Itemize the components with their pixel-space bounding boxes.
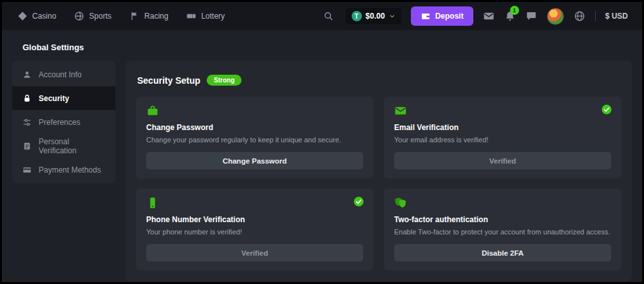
nav-casino[interactable]: Casino xyxy=(17,11,56,21)
chevron-down-icon xyxy=(389,13,395,19)
nav-racing-label: Racing xyxy=(144,12,168,21)
nav-sports-label: Sports xyxy=(89,12,111,21)
nav-sports[interactable]: Sports xyxy=(74,11,111,21)
card-description: Change your password regularly to keep i… xyxy=(146,135,363,145)
card-title: Change Password xyxy=(146,123,363,132)
security-cards-grid: Change Password Change your password reg… xyxy=(136,97,621,270)
change-password-button[interactable]: Change Password xyxy=(146,152,363,169)
password-strength-badge: Strong xyxy=(207,75,242,86)
deposit-button[interactable]: Deposit xyxy=(411,6,473,26)
document-icon xyxy=(23,142,32,151)
globe-icon[interactable] xyxy=(574,10,585,22)
settings-sidebar: Account Info Security Preferences Person… xyxy=(12,61,115,184)
panel-title: Security Setup xyxy=(137,75,200,86)
email-icon xyxy=(394,104,611,117)
nav-lottery-label: Lottery xyxy=(201,12,225,21)
card-description: Your phone number is verified! xyxy=(146,227,363,237)
wallet-icon xyxy=(421,11,431,21)
phone-verified-button: Verified xyxy=(146,244,363,261)
top-navigation: Casino Sports Racing Lottery xyxy=(2,2,642,30)
card-title: Two-factor authentication xyxy=(394,215,611,224)
settings-content: Account Info Security Preferences Person… xyxy=(2,61,642,281)
topbar-actions: T $0.00 Deposit 1 xyxy=(323,6,628,26)
notifications-icon[interactable]: 1 xyxy=(504,10,516,22)
panel-header: Security Setup Strong xyxy=(137,75,621,86)
verified-check-icon xyxy=(601,104,612,115)
balance-selector[interactable]: T $0.00 xyxy=(346,8,401,24)
phone-icon xyxy=(146,196,363,209)
divider xyxy=(595,11,596,21)
card-description: Enable Two-factor to protect your accoun… xyxy=(394,227,611,237)
sidebar-label: Security xyxy=(39,94,69,103)
window-frame: Casino Sports Racing Lottery xyxy=(0,0,644,284)
sidebar-item-security[interactable]: Security xyxy=(12,86,115,110)
nav-casino-label: Casino xyxy=(32,12,56,21)
currency-label[interactable]: $ USD xyxy=(605,12,628,21)
search-icon[interactable] xyxy=(323,11,334,21)
sidebar-label: Account Info xyxy=(39,70,82,79)
notification-badge: 1 xyxy=(510,6,519,15)
two-factor-card: Two-factor authentication Enable Two-fac… xyxy=(384,189,621,270)
phone-verification-card: Phone Number Verification Your phone num… xyxy=(136,189,374,270)
racing-icon xyxy=(129,11,140,21)
security-panel: Security Setup Strong Change Password Ch… xyxy=(126,61,632,281)
sidebar-item-preferences[interactable]: Preferences xyxy=(12,110,115,134)
sports-icon xyxy=(74,11,84,21)
page-title: Global Settings xyxy=(23,43,642,52)
usdt-coin-icon: T xyxy=(352,11,362,21)
chat-icon[interactable] xyxy=(526,10,537,22)
lock-icon xyxy=(23,94,32,103)
sidebar-label: Personal Verification xyxy=(39,137,105,155)
lottery-icon xyxy=(186,11,196,21)
sidebar-item-account-info[interactable]: Account Info xyxy=(12,62,115,86)
change-password-card: Change Password Change your password reg… xyxy=(136,97,374,178)
sidebar-item-payment-methods[interactable]: Payment Methods xyxy=(12,158,115,182)
sidebar-label: Preferences xyxy=(39,118,80,127)
deposit-label: Deposit xyxy=(435,12,464,21)
card-description: Your email address is verified! xyxy=(394,135,611,145)
briefcase-lock-icon xyxy=(146,104,363,117)
person-icon xyxy=(23,70,32,79)
nav-lottery[interactable]: Lottery xyxy=(186,11,225,21)
main-nav: Casino Sports Racing Lottery xyxy=(17,11,225,21)
sliders-icon xyxy=(23,118,32,127)
avatar[interactable] xyxy=(547,8,564,25)
inbox-icon[interactable] xyxy=(483,10,495,22)
balance-amount: $0.00 xyxy=(366,12,385,21)
casino-icon xyxy=(17,11,28,21)
nav-racing[interactable]: Racing xyxy=(129,11,168,21)
email-verified-button: Verified xyxy=(394,152,611,169)
card-title: Email Verification xyxy=(394,123,611,132)
verified-check-icon xyxy=(353,196,365,207)
email-verification-card: Email Verification Your email address is… xyxy=(384,97,621,178)
disable-2fa-button[interactable]: Disable 2FA xyxy=(394,244,611,261)
app: Casino Sports Racing Lottery xyxy=(2,2,642,282)
credit-card-icon xyxy=(23,166,32,175)
card-title: Phone Number Verification xyxy=(146,215,363,224)
sidebar-item-personal-verification[interactable]: Personal Verification xyxy=(12,134,115,158)
sidebar-label: Payment Methods xyxy=(39,166,101,175)
shield-icon xyxy=(394,196,611,209)
